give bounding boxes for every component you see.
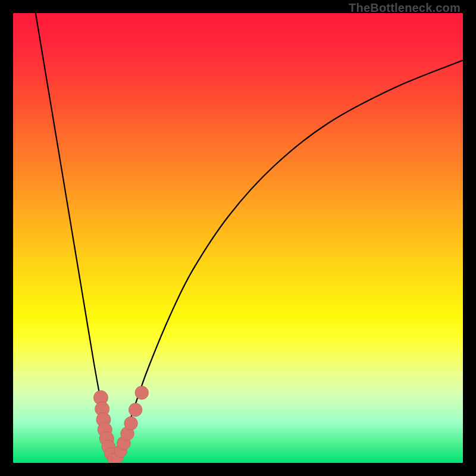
data-markers bbox=[93, 386, 148, 463]
chart-svg bbox=[13, 13, 463, 463]
plot-area bbox=[13, 13, 463, 463]
chart-frame: TheBottleneck.com bbox=[0, 0, 476, 476]
data-marker bbox=[135, 386, 149, 400]
watermark-text: TheBottleneck.com bbox=[349, 1, 461, 15]
data-marker bbox=[124, 416, 138, 430]
data-marker bbox=[129, 403, 142, 416]
right-curve bbox=[114, 60, 463, 461]
